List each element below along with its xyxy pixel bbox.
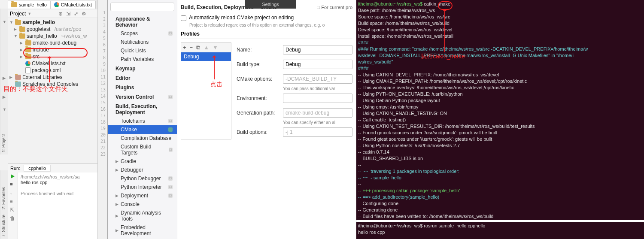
nav-debugger[interactable]: ▶Debugger (108, 166, 177, 174)
nav-deploy[interactable]: ▶Deployment□ (108, 191, 177, 200)
crumb-scope: For current pro (321, 5, 352, 10)
tree-label: package.xml (32, 67, 61, 73)
tree-path: /usr/src/goo (55, 26, 82, 32)
tree-src[interactable]: ▶src (8, 53, 97, 60)
nav-pathvars[interactable]: Path Variables (108, 55, 177, 64)
nav-notifications[interactable]: Notifications (108, 38, 177, 46)
cmake-icon (54, 2, 59, 7)
nav-editor[interactable]: ▶Editor (108, 73, 177, 82)
tool-project-tab[interactable]: 1: Project (1, 134, 6, 152)
settings-nav: ▼Appearance & Behavior Scopes□ Notificat… (108, 0, 177, 239)
project-tree: ▼sample_hello ▶googletest /usr/src/goo ▼… (8, 18, 97, 88)
nav-pyint[interactable]: Python Interpreter□ (108, 183, 177, 191)
tab-label: CMakeLists.txt (61, 2, 92, 7)
run-play-icon[interactable] (11, 174, 15, 178)
tree-include[interactable]: ▶include (8, 46, 97, 53)
project-label: Project (10, 11, 26, 17)
run-down-icon[interactable]: ↓ (10, 190, 16, 196)
tree-scratches[interactable]: Scratches and Consoles (8, 81, 97, 88)
scratch-icon (15, 82, 21, 87)
crumb-bed[interactable]: Build, Execution, Deployment (181, 4, 253, 10)
folder-icon (25, 54, 31, 59)
tab-cmakelists[interactable]: CMakeLists.txt (51, 1, 96, 9)
profile-remove-icon[interactable]: − (190, 44, 193, 51)
nav-keymap[interactable]: Keymap (108, 64, 177, 73)
gear-icon[interactable]: ⚙ (82, 11, 88, 17)
tool-structure-tab[interactable]: 7: Structure (1, 215, 6, 237)
name-label: Name: (237, 47, 279, 53)
annotation-click-text: 点击 (210, 81, 222, 88)
nav-cmake[interactable]: CMake□ (108, 125, 177, 134)
tree-cmake-build-debug[interactable]: ▶cmake-build-debug (8, 39, 97, 46)
nav-appearance[interactable]: ▼Appearance & Behavior (108, 14, 177, 29)
buildopt-input[interactable] (283, 127, 352, 137)
hide-icon[interactable]: — (89, 11, 95, 17)
folder-icon (25, 47, 31, 52)
tab-sample-hello[interactable]: sample_hello (8, 1, 51, 9)
folder-icon (25, 40, 31, 45)
nav-gradle[interactable]: ▶Gradle (108, 157, 177, 166)
settings-search-input[interactable] (110, 3, 174, 11)
terminal-main[interactable]: itheima@ubuntu:~/ws/ros_ws$ catkin_make … (356, 0, 644, 220)
tree-external-libs[interactable]: ▶External Libraries (8, 74, 97, 81)
nav-dyn[interactable]: ▶Dynamic Analysis Tools (108, 209, 177, 223)
opt-auto-reload: Automatically reload CMake project on ed… (181, 13, 352, 23)
profile-down-icon[interactable]: ▼ (213, 44, 218, 51)
nav-cbt[interactable]: Custom Build Targets□ (108, 142, 177, 157)
profile-up-icon[interactable]: ▲ (204, 44, 209, 51)
terminal-panel: itheima@ubuntu:~/ws/ros_ws$ catkin_make … (356, 0, 644, 239)
nav-pydbg[interactable]: Python Debugger□ (108, 174, 177, 183)
nav-vcs[interactable]: ▶Version Control□ (108, 92, 177, 101)
settings-nav-list: ▼Appearance & Behavior Scopes□ Notificat… (108, 14, 177, 239)
collapse-icon[interactable]: ⤢ (74, 11, 80, 17)
gen-input[interactable] (283, 108, 352, 118)
editor-tabs: sample_hello CMakeLists.txt (8, 0, 97, 9)
gen-label: Generation path: (237, 110, 279, 116)
profile-add-icon[interactable]: + (183, 44, 186, 51)
tree-label: External Libraries (22, 74, 62, 80)
left-tool-strip-top[interactable]: 1: Project (0, 9, 8, 154)
nav-compdb[interactable]: Compilation Database (108, 134, 177, 142)
terminal-secondary[interactable]: itheima@ubuntu:~/ws/ros_ws$ rosrun sampl… (356, 222, 644, 239)
nav-toolchains[interactable]: Toolchains□ (108, 117, 177, 125)
profile-copy-icon[interactable]: ⧉ (196, 44, 200, 51)
cmakeopt-input[interactable] (283, 74, 352, 84)
tree-package-xml[interactable]: package.xml (8, 67, 97, 74)
tree-sample-hello[interactable]: ▼sample_hello ~/ws/ros_w (8, 33, 97, 39)
tree-root[interactable]: ▼sample_hello (8, 19, 97, 26)
nav-embed[interactable]: ▶Embedded Development (108, 223, 177, 238)
env-input[interactable] (283, 94, 352, 103)
nav-console[interactable]: ▶Console (108, 200, 177, 209)
run-output[interactable]: /home/zzh/ws/ros_ws/src/sa hello ros cpp… (18, 172, 82, 239)
run-trash-icon[interactable]: 🗑 (10, 215, 16, 221)
nav-plugins[interactable]: Plugins (108, 82, 177, 92)
tree-path: ~/ws/ros_w (61, 33, 87, 39)
cmakeopt-hint: You can pass additional var (237, 86, 352, 91)
run-layout-icon[interactable]: ≡ (10, 198, 16, 204)
auto-reload-checkbox[interactable] (181, 15, 186, 21)
file-icon (25, 67, 30, 73)
left-tool-strip-bottom[interactable]: 7: Structure 2: Favorites (0, 170, 8, 239)
run-export-icon[interactable]: ⇱ (10, 207, 16, 213)
profile-debug[interactable]: Debug (181, 52, 231, 61)
gen-hint: You can specify either an al (237, 120, 352, 125)
settings-dialog-title: Settings (245, 0, 296, 9)
buildtype-input[interactable] (283, 60, 352, 69)
expand-icon[interactable]: ⇲ (66, 11, 72, 17)
run-config-tab[interactable]: cpphello (24, 165, 51, 172)
folder-icon (19, 33, 25, 39)
name-input[interactable] (283, 45, 352, 54)
ide-project-panel: 1: Project 7: Structure 2: Favorites sam… (0, 0, 98, 239)
tree-googletest[interactable]: ▶googletest /usr/src/goo (8, 26, 97, 33)
run-header: Run: cpphello (8, 164, 97, 172)
tree-cmakelists-file[interactable]: CMakeLists.txt (8, 60, 97, 67)
nav-quicklists[interactable]: Quick Lists (108, 46, 177, 55)
nav-bed[interactable]: ▼Build, Execution, Deployment (108, 101, 177, 117)
profiles-section: Profiles (181, 27, 352, 39)
run-stop-icon[interactable]: ■ (10, 181, 16, 187)
target-icon[interactable]: ⊕ (58, 11, 64, 17)
tool-favorites-tab[interactable]: 2: Favorites (1, 187, 6, 209)
chevron-down-icon[interactable]: ▼ (27, 12, 31, 16)
profiles-list: + − ⧉ ▲ ▼ Debug (181, 42, 231, 139)
nav-scopes[interactable]: Scopes□ (108, 29, 177, 38)
